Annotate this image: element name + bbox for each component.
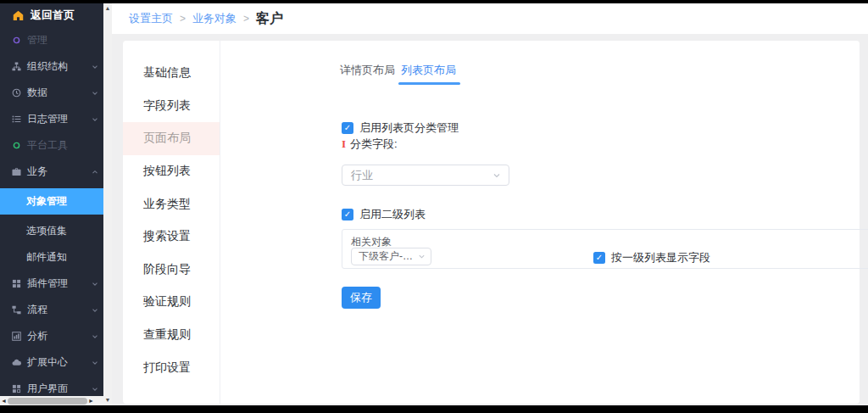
sidebar-home-label: 返回首页: [31, 8, 75, 23]
enable-secondary-row: ✓ 启用二级列表: [342, 207, 426, 222]
home-icon: [13, 10, 24, 21]
sidebar-item-admin[interactable]: 管理: [0, 27, 103, 53]
clock-icon: [12, 88, 25, 98]
sidebar-item-analysis[interactable]: 分析: [0, 323, 103, 349]
briefcase-icon: [12, 167, 25, 176]
ring-purple-icon: [12, 36, 25, 45]
menu-item-page-layout[interactable]: 页面布局: [123, 122, 220, 155]
menu-item-validation-rules[interactable]: 验证规则: [123, 286, 220, 319]
breadcrumb-link-settings-home[interactable]: 设置主页: [129, 11, 173, 26]
menu-item-button-list[interactable]: 按钮列表: [123, 155, 220, 188]
menu-item-business-type[interactable]: 业务类型: [123, 187, 220, 220]
chart-icon: [12, 332, 25, 341]
sidebar-item-option-sets[interactable]: 选项值集: [0, 218, 103, 244]
content-card: 基础信息 字段列表 页面布局 按钮列表 业务类型 搜索设置 阶段向导 验证规则 …: [123, 41, 860, 404]
active-tab-underline: [398, 82, 460, 85]
breadcrumb-separator: >: [180, 13, 186, 25]
scroll-left-icon[interactable]: ◄: [0, 398, 8, 404]
related-object-select-value: 下级客户-上级...: [352, 249, 413, 264]
chevron-down-icon: [413, 253, 431, 260]
tab-detail-page-layout[interactable]: 详情页布局: [340, 63, 395, 86]
menu-item-field-list[interactable]: 字段列表: [123, 90, 220, 123]
chevron-down-icon: [485, 171, 509, 180]
breadcrumb-separator: >: [243, 13, 249, 25]
sidebar-horizontal-scrollbar[interactable]: ◄ ►: [0, 396, 103, 405]
sidebar-item-plugin-management[interactable]: 插件管理: [0, 271, 103, 297]
enable-secondary-checkbox[interactable]: ✓: [342, 209, 353, 220]
enable-category-label[interactable]: 启用列表页分类管理: [359, 120, 459, 136]
sidebar-item-extension-center[interactable]: 扩展中心: [0, 349, 103, 376]
sidebar-item-object-management[interactable]: 对象管理: [0, 185, 103, 218]
sidebar-item-org-structure[interactable]: 组织结构: [0, 53, 103, 80]
sidebar-item-workflow[interactable]: 流程: [0, 297, 103, 323]
chevron-down-icon: [92, 333, 98, 340]
menu-item-basic-info[interactable]: 基础信息: [123, 57, 220, 90]
list-icon: [12, 114, 25, 124]
enable-category-row: ✓ 启用列表页分类管理: [342, 120, 459, 136]
org-icon: [12, 62, 25, 71]
scroll-up-icon[interactable]: ▲: [105, 3, 111, 14]
chevron-down-icon: [92, 116, 98, 123]
main-area: 设置主页 > 业务对象 > 客户 基础信息 字段列表 页面布局 按钮列表 业务类…: [112, 3, 868, 405]
scroll-down-icon[interactable]: ▼: [105, 395, 111, 405]
category-field-label: 分类字段:: [350, 137, 398, 150]
chevron-up-icon: [92, 169, 98, 176]
sidebar-vertical-scrollbar[interactable]: ▲ ▼: [103, 3, 112, 405]
category-field-label-row: I分类字段:: [342, 137, 398, 152]
menu-item-stage-wizard[interactable]: 阶段向导: [123, 254, 220, 287]
page-title: 客户: [256, 10, 283, 28]
enable-category-checkbox[interactable]: ✓: [342, 122, 353, 134]
layout-settings-panel: 详情页布局 列表页布局 ✓ 启用列表页分类管理 I分类字段: 行业: [221, 41, 860, 404]
app-window: 返回首页 管理 组织结构 数据: [0, 0, 868, 413]
display-by-primary-label[interactable]: 按一级列表显示字段: [611, 250, 710, 265]
enable-secondary-label[interactable]: 启用二级列表: [359, 207, 426, 222]
menu-item-duplicate-rules[interactable]: 查重规则: [123, 319, 220, 352]
related-object-select[interactable]: 下级客户-上级...: [351, 248, 431, 265]
chevron-down-icon: [92, 360, 98, 366]
ring-green-icon: [12, 141, 25, 150]
chevron-down-icon: [92, 90, 98, 97]
sidebar-item-platform-tools[interactable]: 平台工具: [0, 132, 103, 159]
breadcrumb-link-business-objects[interactable]: 业务对象: [192, 11, 236, 26]
chevron-down-icon: [92, 307, 98, 314]
chevron-down-icon: [92, 64, 98, 70]
category-field-select[interactable]: 行业: [342, 165, 509, 186]
sidebar: 返回首页 管理 组织结构 数据: [0, 3, 103, 405]
sidebar-item-business[interactable]: 业务: [0, 159, 103, 185]
scrollbar-thumb[interactable]: [8, 398, 87, 405]
category-field-select-value: 行业: [342, 168, 485, 183]
plugin-grid-icon: [12, 279, 25, 288]
related-object-panel: 相关对象 下级客户-上级... ✓ 按一级列表显示字段: [342, 229, 868, 269]
chevron-down-icon: [92, 281, 98, 287]
cloud-icon: [12, 358, 25, 367]
display-by-primary-checkbox[interactable]: ✓: [593, 252, 605, 264]
save-button[interactable]: 保存: [342, 287, 381, 309]
sidebar-item-mail-notification[interactable]: 邮件通知: [0, 244, 103, 271]
breadcrumb: 设置主页 > 业务对象 > 客户: [112, 3, 868, 34]
sidebar-item-log-management[interactable]: 日志管理: [0, 106, 103, 132]
scroll-right-icon[interactable]: ►: [87, 398, 95, 404]
display-by-primary-row: ✓ 按一级列表显示字段: [593, 250, 710, 265]
object-settings-menu: 基础信息 字段列表 页面布局 按钮列表 业务类型 搜索设置 阶段向导 验证规则 …: [123, 41, 220, 404]
flow-icon: [12, 305, 25, 315]
required-mark: I: [342, 137, 346, 150]
menu-item-search-settings[interactable]: 搜索设置: [123, 220, 220, 254]
sidebar-item-data[interactable]: 数据: [0, 80, 103, 106]
sidebar-home-button[interactable]: 返回首页: [0, 3, 103, 27]
ui-grid-icon: [12, 384, 25, 393]
menu-item-print-settings[interactable]: 打印设置: [123, 351, 220, 384]
chevron-down-icon: [92, 386, 98, 393]
